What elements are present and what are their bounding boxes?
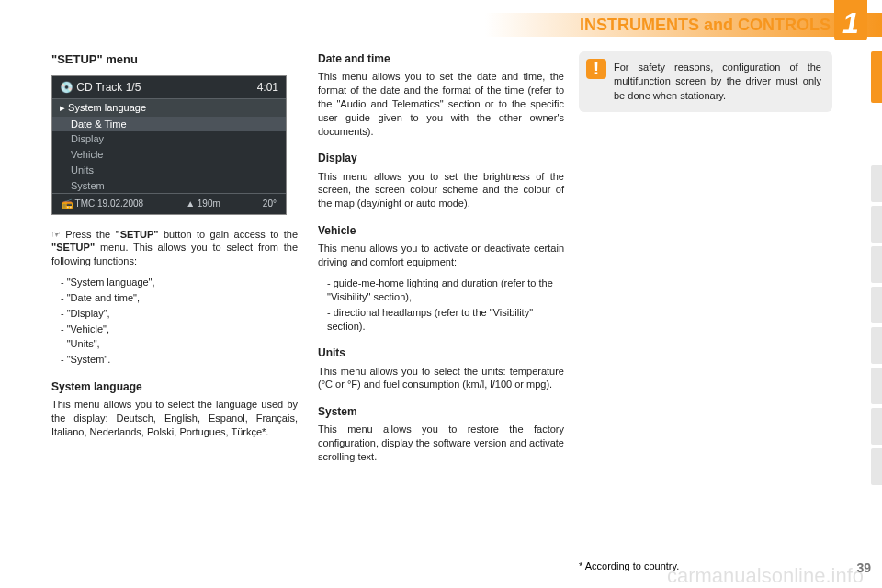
list-item: - "Display", [61, 307, 298, 321]
screenshot-item: Vehicle [52, 147, 286, 163]
list-item: - "Vehicle", [61, 322, 298, 336]
edge-tab [871, 165, 882, 202]
setup-menu-heading: "SETUP" menu [51, 51, 298, 68]
screenshot-top-bar: 💿 CD Track 1/5 4:01 [52, 76, 286, 99]
header-band: INSTRUMENTS and CONTROLS [0, 13, 882, 37]
display-heading: Display [318, 151, 564, 165]
screenshot-bottom-bar: 📻 TMC 19.02.2008 ▲ 190m 20° [52, 193, 286, 214]
edge-tab [871, 408, 882, 445]
edge-tab [871, 368, 882, 404]
edge-tab [871, 287, 882, 323]
edge-tab [871, 246, 882, 283]
setup-strong: "SETUP" [115, 229, 158, 240]
edge-tab [871, 206, 882, 243]
warning-icon: ! [586, 59, 606, 79]
list-item: - directional headlamps (refer to the "V… [327, 306, 564, 334]
screenshot-item: System [52, 178, 286, 194]
screenshot-top-right: 4:01 [257, 80, 278, 95]
text: ☞ Press the [51, 229, 115, 240]
text: button to gain access to the [159, 229, 298, 240]
screenshot-bottom-left: 📻 TMC 19.02.2008 [62, 198, 143, 210]
edge-tab [871, 448, 882, 485]
system-language-text: This menu allows you to select the langu… [51, 398, 298, 439]
list-item: - "Date and time", [61, 291, 298, 305]
screenshot-menu-title: ▸ System language [52, 99, 286, 117]
units-heading: Units [318, 345, 564, 360]
list-item: - "System". [61, 353, 298, 367]
system-heading: System [318, 404, 564, 419]
date-time-text: This menu allows you to set the date and… [318, 70, 564, 138]
column-right: Date and time This menu allows you to se… [318, 51, 564, 566]
screenshot-bottom-mid: ▲ 190m [186, 198, 220, 210]
units-text: This menu allows you to select the units… [318, 365, 564, 392]
list-item: - "Units", [61, 337, 298, 351]
setup-strong: "SETUP" [51, 242, 95, 253]
press-setup-paragraph: ☞ Press the "SETUP" button to gain acces… [51, 228, 298, 269]
list-item: - "System language", [61, 276, 298, 289]
screenshot-item: Display [52, 131, 286, 147]
display-text: This menu allows you to set the brightne… [318, 170, 564, 211]
watermark: carmanualsonline.info [667, 564, 864, 588]
chapter-number: 1 [834, 0, 867, 40]
screenshot-item: Units [52, 163, 286, 178]
list-item: - guide-me-home lighting and duration (r… [327, 277, 564, 304]
setup-screenshot: 💿 CD Track 1/5 4:01 ▸ System language Da… [51, 75, 287, 215]
column-left: "SETUP" menu 💿 CD Track 1/5 4:01 ▸ Syste… [51, 51, 298, 566]
page-body: "SETUP" menu 💿 CD Track 1/5 4:01 ▸ Syste… [51, 51, 566, 566]
system-text: This menu allows you to restore the fact… [318, 423, 564, 464]
screenshot-top-left: 💿 CD Track 1/5 [60, 80, 141, 95]
functions-list: - "System language", - "Date and time", … [61, 276, 298, 367]
date-time-heading: Date and time [318, 51, 564, 66]
screenshot-bottom-right: 20° [263, 198, 277, 210]
vehicle-list: - guide-me-home lighting and duration (r… [327, 277, 564, 333]
system-language-heading: System language [51, 379, 298, 394]
safety-callout: ! For safety reasons, configuration of t… [579, 51, 832, 112]
screenshot-item: Date & Time [52, 117, 286, 132]
footnote: * According to country. [579, 560, 679, 571]
edge-tab-active [871, 51, 882, 103]
vehicle-heading: Vehicle [318, 223, 564, 238]
callout-text: For safety reasons, configuration of the… [614, 62, 821, 101]
edge-tab [871, 327, 882, 364]
header-title: INSTRUMENTS and CONTROLS [580, 16, 831, 35]
vehicle-text: This menu allows you to activate or deac… [318, 242, 564, 269]
edge-tabs [871, 110, 882, 485]
